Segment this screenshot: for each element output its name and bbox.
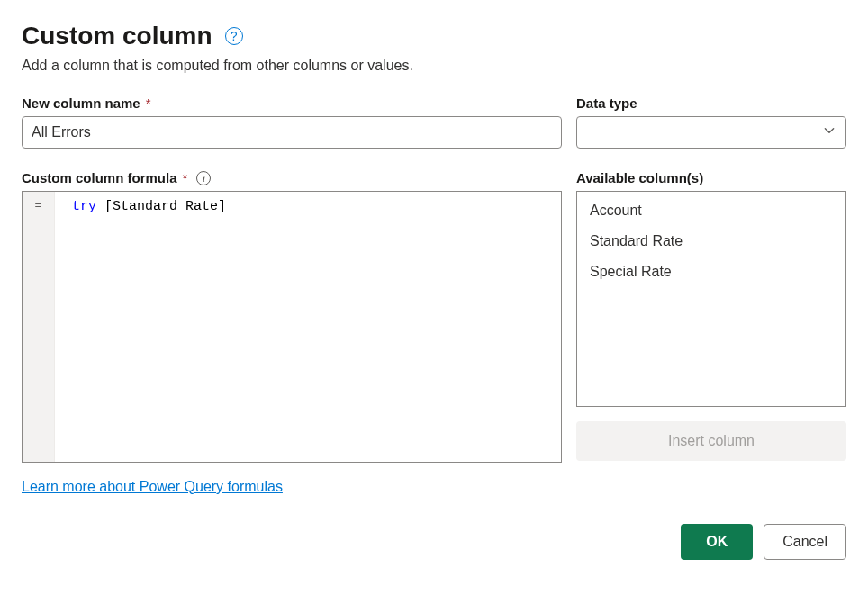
equals-sign: =	[35, 199, 42, 212]
new-column-name-label: New column name *	[22, 95, 562, 111]
formula-code-area[interactable]: try [Standard Rate]	[55, 192, 561, 462]
cancel-button[interactable]: Cancel	[764, 524, 846, 560]
insert-column-button[interactable]: Insert column	[576, 421, 846, 461]
available-columns-list[interactable]: Account Standard Rate Special Rate	[576, 191, 846, 407]
required-asterisk: *	[183, 170, 188, 185]
new-column-name-label-text: New column name	[22, 95, 140, 111]
available-columns-label: Available column(s)	[576, 170, 846, 185]
formula-label: Custom column formula * i	[22, 170, 562, 185]
dialog-title: Custom column	[22, 22, 212, 50]
formula-label-text: Custom column formula	[22, 170, 177, 185]
formula-expression: [Standard Rate]	[96, 199, 226, 214]
dialog-subtitle: Add a column that is computed from other…	[22, 58, 846, 74]
available-columns-label-text: Available column(s)	[576, 170, 703, 185]
keyword-try: try	[72, 199, 96, 214]
data-type-label: Data type	[576, 95, 846, 111]
ok-button[interactable]: OK	[681, 524, 753, 560]
list-item[interactable]: Standard Rate	[577, 226, 845, 257]
formula-gutter: =	[23, 192, 55, 462]
learn-more-link[interactable]: Learn more about Power Query formulas	[22, 479, 283, 495]
info-icon[interactable]: i	[196, 171, 211, 185]
list-item[interactable]: Account	[577, 195, 845, 226]
list-item[interactable]: Special Rate	[577, 257, 845, 287]
new-column-name-input[interactable]	[22, 116, 562, 149]
help-icon[interactable]: ?	[225, 27, 243, 45]
data-type-select[interactable]	[576, 116, 846, 149]
required-asterisk: *	[146, 95, 151, 111]
formula-editor[interactable]: = try [Standard Rate]	[22, 191, 562, 463]
data-type-label-text: Data type	[576, 95, 637, 111]
